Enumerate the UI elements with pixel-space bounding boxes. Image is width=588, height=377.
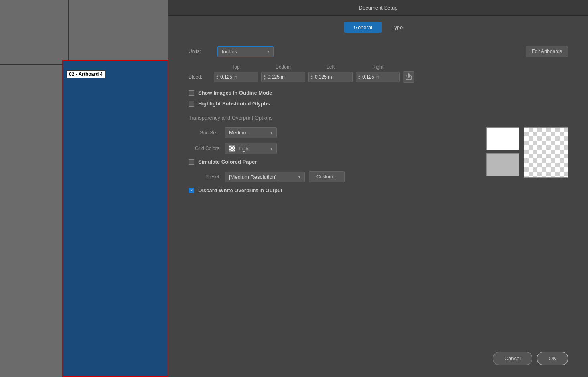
transparency-section-header: Transparency and Overprint Options xyxy=(189,115,568,121)
bleed-left-down-arrow[interactable]: ▼ xyxy=(310,77,313,80)
discard-overprint-checkbox[interactable]: ✓ xyxy=(189,188,194,193)
highlight-glyphs-row: Highlight Substituted Glyphs xyxy=(189,101,568,107)
grid-colors-dropdown[interactable]: Light ▾ xyxy=(225,143,277,154)
bleed-right-input[interactable]: ▲ ▼ 0.125 in xyxy=(356,72,400,82)
bleed-left-spinner[interactable]: ▲ ▼ xyxy=(309,73,315,81)
preset-value: [Medium Resolution] xyxy=(229,174,277,180)
bleed-bottom-up-arrow[interactable]: ▲ xyxy=(263,74,266,77)
bleed-right-value: 0.125 in xyxy=(362,74,399,80)
bleed-left-up-arrow[interactable]: ▲ xyxy=(310,74,313,77)
highlight-glyphs-label: Highlight Substituted Glyphs xyxy=(198,101,270,107)
grid-colors-chevron-icon: ▾ xyxy=(270,146,272,151)
checkbox-checkmark: ✓ xyxy=(190,188,193,193)
bleed-right-spinner[interactable]: ▲ ▼ xyxy=(356,73,362,81)
bleed-bottom-spinner[interactable]: ▲ ▼ xyxy=(262,73,268,81)
grid-size-value: Medium xyxy=(229,130,247,136)
preview-white-box xyxy=(486,127,519,150)
tab-type[interactable]: Type xyxy=(382,22,412,33)
bleed-link-icon[interactable] xyxy=(403,71,414,83)
bleed-bottom-down-arrow[interactable]: ▼ xyxy=(263,77,266,80)
transparency-previews xyxy=(486,127,568,178)
bleed-inputs-row: Bleed: ▲ ▼ 0.125 in ▲ ▼ 0.125 in xyxy=(189,71,568,83)
bleed-top-spinner[interactable]: ▲ ▼ xyxy=(214,73,220,81)
discard-overprint-row: ✓ Discard White Overprint in Output xyxy=(189,187,568,197)
bleed-label: Bleed: xyxy=(189,74,211,80)
bleed-top-value: 0.125 in xyxy=(220,74,258,80)
bleed-left-header: Left xyxy=(308,64,353,70)
bleed-top-input[interactable]: ▲ ▼ 0.125 in xyxy=(214,72,258,82)
preview-solid-column xyxy=(486,127,519,178)
units-label: Units: xyxy=(189,49,213,54)
grid-size-chevron-icon: ▾ xyxy=(270,130,272,135)
bleed-top-down-arrow[interactable]: ▼ xyxy=(216,77,219,80)
preset-dropdown[interactable]: [Medium Resolution] ▾ xyxy=(225,172,305,182)
grid-colors-label: Grid Colors: xyxy=(189,146,221,151)
discard-overprint-label: Discard White Overprint in Output xyxy=(198,187,282,193)
artboard-canvas xyxy=(62,60,168,377)
units-value: Inches xyxy=(222,49,237,55)
bleed-left-value: 0.125 in xyxy=(315,74,352,80)
bleed-top-header: Top xyxy=(214,64,258,70)
units-dropdown[interactable]: Inches ▾ xyxy=(217,46,274,57)
tabs-row: General Type xyxy=(168,16,588,38)
grid-size-dropdown[interactable]: Medium ▾ xyxy=(225,127,277,138)
bleed-right-up-arrow[interactable]: ▲ xyxy=(358,74,361,77)
transparency-section: Grid Size: Medium ▾ Grid Colors: Light ▾… xyxy=(189,127,568,197)
dialog-title-bar: Document Setup xyxy=(168,0,588,16)
highlight-glyphs-checkbox[interactable] xyxy=(189,101,194,107)
artboard-label: 02 - Artboard 4 xyxy=(66,70,105,78)
grid-size-label: Grid Size: xyxy=(189,130,221,136)
preset-label: Preset: xyxy=(189,174,221,180)
ok-button[interactable]: OK xyxy=(537,352,568,365)
simulate-paper-checkbox[interactable] xyxy=(189,159,194,165)
custom-button[interactable]: Custom... xyxy=(309,171,345,182)
canvas-area: 02 - Artboard 4 xyxy=(0,0,168,377)
tab-general[interactable]: General xyxy=(344,22,382,33)
bleed-bottom-value: 0.125 in xyxy=(268,74,305,80)
edit-artboards-button[interactable]: Edit Artboards xyxy=(526,46,568,57)
bleed-right-header: Right xyxy=(356,64,400,70)
cancel-button[interactable]: Cancel xyxy=(493,352,532,365)
bleed-bottom-header: Bottom xyxy=(261,64,305,70)
bleed-left-input[interactable]: ▲ ▼ 0.125 in xyxy=(308,72,353,82)
bleed-top-up-arrow[interactable]: ▲ xyxy=(216,74,219,77)
simulate-paper-label: Simulate Colored Paper xyxy=(198,159,257,165)
show-images-row: Show Images In Outline Mode xyxy=(189,90,568,96)
show-images-checkbox[interactable] xyxy=(189,90,194,96)
preview-grey-box xyxy=(486,153,519,176)
units-row: Units: Inches ▾ Edit Artboards xyxy=(189,46,568,57)
bleed-section: Top Bottom Left Right Bleed: ▲ ▼ 0.125 i… xyxy=(189,64,568,83)
show-images-label: Show Images In Outline Mode xyxy=(198,90,272,96)
preset-chevron-icon: ▾ xyxy=(298,175,300,179)
bleed-headers: Top Bottom Left Right xyxy=(189,64,568,70)
dialog-content: Units: Inches ▾ Edit Artboards Top Botto… xyxy=(168,38,588,344)
units-chevron-icon: ▾ xyxy=(267,49,269,54)
bleed-bottom-input[interactable]: ▲ ▼ 0.125 in xyxy=(261,72,305,82)
preview-checker-box xyxy=(524,127,568,178)
grid-colors-value: Light xyxy=(239,146,250,152)
dialog-footer: Cancel OK xyxy=(168,344,588,377)
bleed-right-down-arrow[interactable]: ▼ xyxy=(358,77,361,80)
document-setup-dialog: Document Setup General Type Units: Inche… xyxy=(168,0,588,377)
grid-colors-checker-icon xyxy=(229,145,235,152)
dialog-title: Document Setup xyxy=(359,5,398,11)
